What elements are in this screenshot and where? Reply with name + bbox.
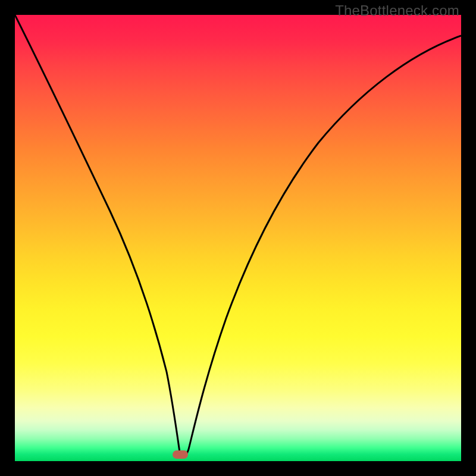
curve-svg	[15, 15, 461, 461]
bottleneck-curve	[15, 15, 461, 456]
optimum-marker	[173, 450, 188, 459]
watermark-text: TheBottleneck.com	[335, 2, 459, 19]
chart-frame: TheBottleneck.com	[0, 0, 476, 476]
plot-area	[15, 15, 461, 461]
